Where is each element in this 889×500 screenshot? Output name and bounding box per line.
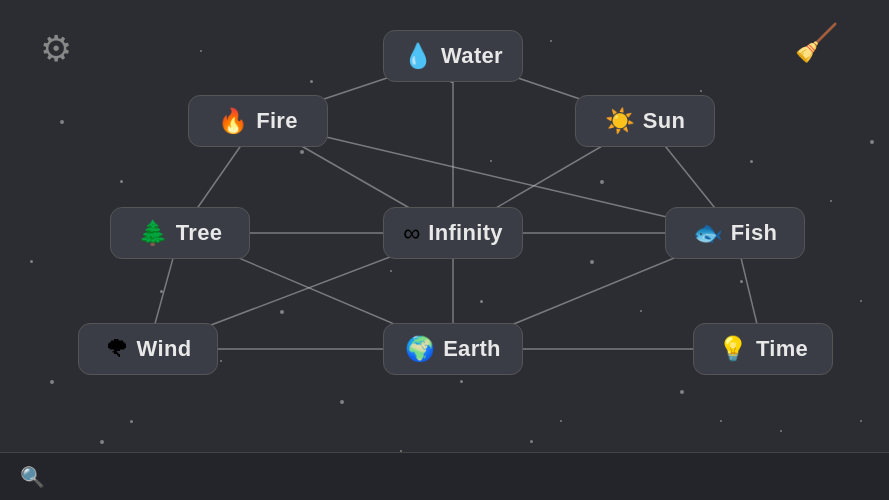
node-label-fire: Fire [256, 108, 298, 134]
node-emoji-water: 💧 [403, 44, 433, 68]
search-input[interactable] [55, 468, 355, 486]
node-emoji-fire: 🔥 [218, 109, 248, 133]
node-emoji-infinity: ∞ [403, 221, 420, 245]
node-emoji-tree: 🌲 [138, 221, 168, 245]
node-sun[interactable]: ☀️Sun [575, 95, 715, 147]
clear-icon[interactable]: 🧹 [794, 22, 839, 64]
node-emoji-time: 💡 [718, 337, 748, 361]
node-time[interactable]: 💡Time [693, 323, 833, 375]
search-icon: 🔍 [20, 465, 45, 489]
settings-icon[interactable]: ⚙ [40, 28, 72, 70]
node-emoji-earth: 🌍 [405, 337, 435, 361]
node-fire[interactable]: 🔥Fire [188, 95, 328, 147]
node-label-infinity: Infinity [428, 220, 503, 246]
node-fish[interactable]: 🐟Fish [665, 207, 805, 259]
bottom-bar: 🔍 [0, 452, 889, 500]
node-label-earth: Earth [443, 336, 501, 362]
node-emoji-wind: 🌪 [105, 337, 129, 361]
node-label-sun: Sun [643, 108, 685, 134]
node-tree[interactable]: 🌲Tree [110, 207, 250, 259]
node-label-water: Water [441, 43, 503, 69]
node-emoji-sun: ☀️ [605, 109, 635, 133]
node-label-fish: Fish [731, 220, 777, 246]
node-label-tree: Tree [176, 220, 222, 246]
node-earth[interactable]: 🌍Earth [383, 323, 523, 375]
node-label-time: Time [756, 336, 808, 362]
node-emoji-fish: 🐟 [693, 221, 723, 245]
node-wind[interactable]: 🌪Wind [78, 323, 218, 375]
node-infinity[interactable]: ∞Infinity [383, 207, 523, 259]
node-water[interactable]: 💧Water [383, 30, 523, 82]
node-label-wind: Wind [137, 336, 192, 362]
